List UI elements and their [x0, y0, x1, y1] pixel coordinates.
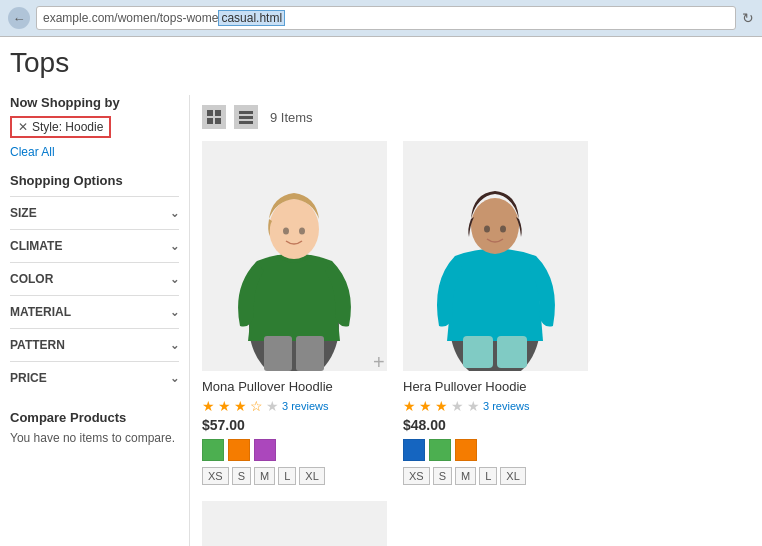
toolbar: 9 Items [202, 95, 750, 129]
size-m-button[interactable]: M [254, 467, 275, 485]
filter-material[interactable]: MATERIAL ⌄ [10, 295, 179, 328]
chevron-down-icon: ⌄ [170, 273, 179, 286]
remove-filter-button[interactable]: ✕ [18, 120, 28, 134]
browser-chrome: ← example.com/women/tops-womecasual.html… [0, 0, 762, 37]
now-shopping-section: Now Shopping by ✕ Style: Hoodie Clear Al… [10, 95, 179, 159]
star-icon: ★ [435, 398, 448, 414]
filter-price[interactable]: PRICE ⌄ [10, 361, 179, 394]
color-swatch[interactable] [254, 439, 276, 461]
filter-material-label: MATERIAL [10, 305, 71, 319]
star-rating: ★ ★ ★ ★ ★ 3 reviews [403, 398, 588, 414]
chevron-down-icon: ⌄ [170, 240, 179, 253]
product-card: Selene Yoga Hoodie ★ ★ ★ ☆ ★ 3 reviews $… [202, 501, 387, 546]
star-icon: ★ [234, 398, 247, 414]
filter-climate-label: CLIMATE [10, 239, 62, 253]
page-layout: Now Shopping by ✕ Style: Hoodie Clear Al… [0, 87, 762, 546]
compare-empty: You have no items to compare. [10, 431, 179, 445]
svg-rect-6 [239, 121, 253, 124]
color-swatch[interactable] [202, 439, 224, 461]
star-icon: ★ [218, 398, 231, 414]
svg-rect-14 [463, 336, 493, 368]
compare-section: Compare Products You have no items to co… [10, 410, 179, 445]
filter-pattern[interactable]: PATTERN ⌄ [10, 328, 179, 361]
shopping-options-label: Shopping Options [10, 173, 179, 188]
svg-point-10 [299, 228, 305, 235]
clear-all-link[interactable]: Clear All [10, 145, 55, 159]
size-xl-button[interactable]: XL [299, 467, 324, 485]
star-empty-icon: ★ [266, 398, 279, 414]
filter-label: Style: Hoodie [32, 120, 103, 134]
chevron-down-icon: ⌄ [170, 306, 179, 319]
color-swatch[interactable] [429, 439, 451, 461]
svg-rect-3 [215, 118, 221, 124]
svg-point-8 [269, 199, 319, 259]
sidebar: Now Shopping by ✕ Style: Hoodie Clear Al… [0, 95, 190, 546]
size-xl-button[interactable]: XL [500, 467, 525, 485]
color-swatch[interactable] [403, 439, 425, 461]
star-empty-icon: ★ [467, 398, 480, 414]
filter-size-label: SIZE [10, 206, 37, 220]
svg-rect-4 [239, 111, 253, 114]
svg-rect-1 [215, 110, 221, 116]
star-icon: ★ [403, 398, 416, 414]
filter-pattern-label: PATTERN [10, 338, 65, 352]
svg-rect-15 [497, 336, 527, 368]
svg-rect-12 [296, 336, 324, 371]
main-content: 9 Items [190, 95, 762, 546]
page-title: Tops [0, 37, 762, 87]
product-card: + Hera Pullover Hoodie ★ ★ ★ ★ ★ 3 revie… [403, 141, 588, 485]
refresh-button[interactable]: ↻ [742, 10, 754, 26]
url-bar[interactable]: example.com/women/tops-womecasual.html [36, 6, 736, 30]
chevron-down-icon: ⌄ [170, 207, 179, 220]
svg-rect-0 [207, 110, 213, 116]
svg-rect-5 [239, 116, 253, 119]
size-l-button[interactable]: L [278, 467, 296, 485]
size-l-button[interactable]: L [479, 467, 497, 485]
list-view-button[interactable] [234, 105, 258, 129]
filter-color-label: COLOR [10, 272, 53, 286]
chevron-down-icon: ⌄ [170, 372, 179, 385]
filter-color[interactable]: COLOR ⌄ [10, 262, 179, 295]
svg-point-9 [283, 228, 289, 235]
back-button[interactable]: ← [8, 7, 30, 29]
product-image [403, 141, 588, 371]
svg-rect-11 [264, 336, 292, 371]
color-swatches [202, 439, 387, 461]
star-rating: ★ ★ ★ ☆ ★ 3 reviews [202, 398, 387, 414]
color-swatches [403, 439, 588, 461]
svg-rect-2 [207, 118, 213, 124]
size-s-button[interactable]: S [232, 467, 251, 485]
product-image [202, 501, 387, 546]
star-empty-icon: ★ [451, 398, 464, 414]
svg-point-18 [500, 226, 506, 233]
chevron-down-icon: ⌄ [170, 339, 179, 352]
product-price: $48.00 [403, 417, 588, 433]
svg-point-17 [484, 226, 490, 233]
url-highlight: casual.html [218, 10, 285, 26]
size-s-button[interactable]: S [433, 467, 452, 485]
url-plain: example.com/women/tops-wome [43, 11, 218, 25]
size-xs-button[interactable]: XS [403, 467, 430, 485]
product-image [202, 141, 387, 371]
grid-view-button[interactable] [202, 105, 226, 129]
now-shopping-label: Now Shopping by [10, 95, 179, 110]
size-xs-button[interactable]: XS [202, 467, 229, 485]
star-icon: ★ [419, 398, 432, 414]
products-grid: Mona Pullover Hoodlie ★ ★ ★ ☆ ★ 3 review… [202, 141, 750, 546]
filter-size[interactable]: SIZE ⌄ [10, 196, 179, 229]
size-m-button[interactable]: M [455, 467, 476, 485]
star-half-icon: ☆ [250, 398, 263, 414]
size-options: XS S M L XL [403, 467, 588, 485]
color-swatch[interactable] [228, 439, 250, 461]
color-swatch[interactable] [455, 439, 477, 461]
item-count: 9 Items [270, 110, 313, 125]
product-name: Mona Pullover Hoodlie [202, 379, 387, 394]
filter-climate[interactable]: CLIMATE ⌄ [10, 229, 179, 262]
filter-price-label: PRICE [10, 371, 47, 385]
compare-title: Compare Products [10, 410, 179, 425]
product-name: Hera Pullover Hoodie [403, 379, 588, 394]
product-price: $57.00 [202, 417, 387, 433]
review-link[interactable]: 3 reviews [282, 400, 328, 412]
review-link[interactable]: 3 reviews [483, 400, 529, 412]
size-options: XS S M L XL [202, 467, 387, 485]
